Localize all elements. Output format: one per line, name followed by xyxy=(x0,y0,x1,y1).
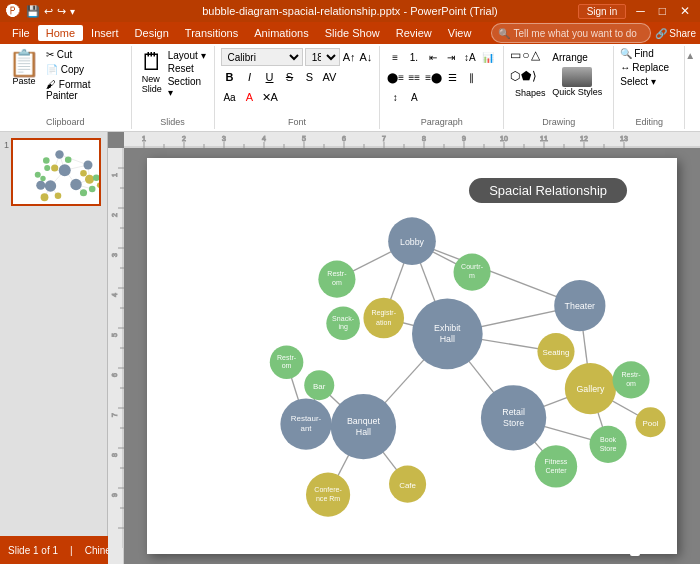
minimize-button[interactable]: ─ xyxy=(632,4,649,18)
slide-canvas[interactable]: Spacial Relationship xyxy=(147,158,677,554)
svg-point-23 xyxy=(65,156,72,163)
menu-file[interactable]: File xyxy=(4,25,38,41)
drawing-label: Drawing xyxy=(510,117,607,127)
replace-icon: ↔ xyxy=(620,62,630,73)
font-color-button[interactable]: A xyxy=(241,88,259,106)
slide-thumbnail[interactable] xyxy=(11,138,101,206)
decrease-indent-button[interactable]: ⇤ xyxy=(424,48,442,66)
svg-text:Store: Store xyxy=(503,418,524,428)
qa-save[interactable]: 💾 xyxy=(26,5,40,18)
reset-button[interactable]: Reset xyxy=(168,63,208,74)
strikethrough-button[interactable]: S xyxy=(281,68,299,86)
close-button[interactable]: ✕ xyxy=(676,4,694,18)
increase-indent-button[interactable]: ⇥ xyxy=(442,48,460,66)
svg-point-15 xyxy=(45,180,56,191)
menu-design[interactable]: Design xyxy=(127,25,177,41)
italic-button[interactable]: I xyxy=(241,68,259,86)
shape-icon-6: ⟩ xyxy=(532,69,537,89)
increase-font-button[interactable]: A↑ xyxy=(342,50,357,64)
clipboard-small-btns: ✂ Cut 📄 Copy 🖌 Format Painter xyxy=(44,48,125,102)
slide-small-btns: Layout ▾ Reset Section ▾ xyxy=(168,48,208,98)
sign-in-button[interactable]: Sign in xyxy=(578,4,627,19)
paste-button[interactable]: 📋 Paste xyxy=(6,48,42,88)
window-title: bubble-diagram-spacial-relationship.pptx… xyxy=(202,5,498,17)
font-row2: B I U S S AV xyxy=(221,68,374,86)
format-painter-button[interactable]: 🖌 Format Painter xyxy=(44,78,125,102)
svg-text:Bar: Bar xyxy=(313,382,326,391)
font-row1: Calibri 18 A↑ A↓ xyxy=(221,48,374,66)
svg-text:Center: Center xyxy=(545,467,567,474)
new-slide-button[interactable]: 🗒 NewSlide xyxy=(138,48,166,96)
font-family-select[interactable]: Calibri xyxy=(221,48,303,66)
node-registration[interactable] xyxy=(363,298,404,339)
convert-to-smartart-button[interactable]: 📊 xyxy=(480,48,498,66)
shapes-button[interactable]: ▭ ○ △ ⬡ ⬟ ⟩ Shapes xyxy=(510,48,550,98)
shape-icon-3: △ xyxy=(531,48,540,68)
zoom-slider[interactable] xyxy=(591,548,651,552)
menu-review[interactable]: Review xyxy=(388,25,440,41)
svg-text:Hall: Hall xyxy=(440,334,455,344)
main-content: 1 xyxy=(0,132,700,536)
zoom-handle[interactable] xyxy=(630,544,640,556)
qa-more[interactable]: ▾ xyxy=(70,6,75,17)
svg-point-28 xyxy=(97,183,101,188)
arrange-button[interactable]: Arrange xyxy=(552,52,602,63)
replace-button[interactable]: ↔ Replace xyxy=(620,62,678,73)
list-bullet-button[interactable]: ≡ xyxy=(386,48,404,66)
columns-button[interactable]: ∥ xyxy=(462,68,480,86)
cut-button[interactable]: ✂ Cut xyxy=(44,48,125,61)
layout-button[interactable]: Layout ▾ xyxy=(168,50,208,61)
font-size-select[interactable]: 18 xyxy=(305,48,340,66)
qa-undo[interactable]: ↩ xyxy=(44,5,53,18)
svg-point-26 xyxy=(93,174,100,181)
svg-text:Banquet: Banquet xyxy=(347,416,380,426)
char-spacing-button[interactable]: AV xyxy=(321,68,339,86)
font-row3: Aa A ✕A xyxy=(221,88,374,106)
list-number-button[interactable]: 1. xyxy=(405,48,423,66)
share-button[interactable]: 🔗 Share xyxy=(655,28,696,39)
svg-text:5: 5 xyxy=(111,333,118,337)
svg-text:Cafe: Cafe xyxy=(399,481,416,490)
svg-text:Registr-: Registr- xyxy=(371,309,396,317)
copy-button[interactable]: 📄 Copy xyxy=(44,63,125,76)
select-button[interactable]: Select ▾ xyxy=(620,76,678,87)
svg-text:1: 1 xyxy=(142,135,146,142)
svg-text:Lobby: Lobby xyxy=(400,237,425,247)
ribbon-collapse-button[interactable]: ▲ xyxy=(685,50,695,61)
text-shadow-button[interactable]: A xyxy=(405,88,423,106)
align-right-button[interactable]: ≡⬤ xyxy=(424,68,442,86)
decrease-font-button[interactable]: A↓ xyxy=(359,50,374,64)
svg-text:9: 9 xyxy=(111,493,118,497)
underline-button[interactable]: U xyxy=(261,68,279,86)
menu-insert[interactable]: Insert xyxy=(83,25,127,41)
maximize-button[interactable]: □ xyxy=(655,4,670,18)
ribbon: 📋 Paste ✂ Cut 📄 Copy 🖌 Format Painter Cl… xyxy=(0,44,700,132)
shadow-button[interactable]: S xyxy=(301,68,319,86)
svg-text:ation: ation xyxy=(376,319,391,326)
window-controls: Sign in ─ □ ✕ xyxy=(578,4,694,19)
change-case-button[interactable]: Aa xyxy=(221,88,239,106)
font-controls: Calibri 18 A↑ A↓ B I U S S AV Aa A ✕A xyxy=(221,48,374,117)
quick-styles-button[interactable]: Quick Styles xyxy=(552,67,602,97)
clear-format-button[interactable]: ✕A xyxy=(261,88,279,106)
line-spacing-button[interactable]: ↕ xyxy=(386,88,404,106)
menu-home[interactable]: Home xyxy=(38,25,83,41)
qa-redo[interactable]: ↪ xyxy=(57,5,66,18)
align-left-button[interactable]: ⬤≡ xyxy=(386,68,404,86)
tell-me-input[interactable]: 🔍 Tell me what you want to do xyxy=(491,23,651,43)
menu-slideshow[interactable]: Slide Show xyxy=(317,25,388,41)
menu-animations[interactable]: Animations xyxy=(246,25,316,41)
bold-button[interactable]: B xyxy=(221,68,239,86)
ruler-h-svg: 1 2 3 4 5 6 7 8 9 xyxy=(124,132,700,148)
text-direction-button[interactable]: ↕A xyxy=(461,48,479,66)
menu-view[interactable]: View xyxy=(440,25,480,41)
svg-text:11: 11 xyxy=(540,135,548,142)
section-button[interactable]: Section ▾ xyxy=(168,76,208,98)
svg-line-2 xyxy=(60,155,89,166)
find-button[interactable]: 🔍 Find xyxy=(620,48,678,59)
editing-label: Editing xyxy=(620,117,678,127)
menu-transitions[interactable]: Transitions xyxy=(177,25,246,41)
justify-button[interactable]: ☰ xyxy=(443,68,461,86)
svg-point-14 xyxy=(59,164,71,176)
align-center-button[interactable]: ≡≡ xyxy=(405,68,423,86)
